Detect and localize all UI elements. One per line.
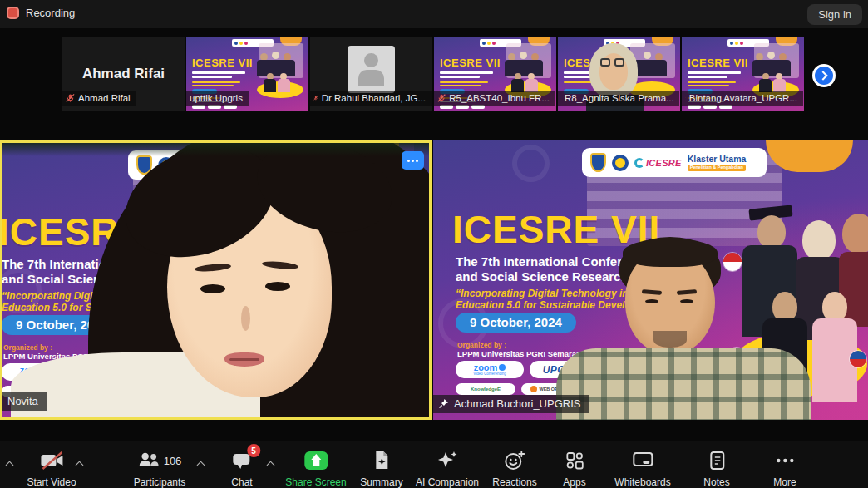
- icesre-logo: [634, 158, 644, 168]
- reactions-icon: [504, 451, 525, 471]
- zoom-logo: zoom Video Conferencing: [456, 361, 524, 378]
- next-page-button[interactable]: [812, 64, 836, 87]
- participant-label: Ahmad Rifai: [62, 91, 136, 106]
- apps-icon: [565, 451, 584, 471]
- participants-icon: [138, 451, 160, 470]
- chevron-right-icon: [818, 71, 827, 80]
- summary-icon: [373, 451, 390, 471]
- video-tile-novita[interactable]: ICESRE Klaster Utama Penelitian & Pengab…: [0, 140, 432, 420]
- top-bar: Recording Sign in: [0, 0, 868, 28]
- tile-more-options-button[interactable]: [402, 151, 424, 170]
- notes-icon: [708, 451, 726, 471]
- more-button[interactable]: More: [773, 451, 796, 488]
- participant-thumbnail[interactable]: ICESRE VII Bintang Avatara_UPGR...: [682, 37, 804, 111]
- more-icon: [774, 451, 796, 471]
- share-screen-icon: [304, 451, 328, 470]
- notes-button[interactable]: Notes: [703, 451, 729, 488]
- participant-thumbnail[interactable]: Ahmad Rifai Ahmad Rifai: [62, 37, 185, 111]
- video-name-label: Achmad Buchori_UPGRIS: [433, 395, 589, 413]
- recording-indicator: Recording: [7, 7, 75, 19]
- whiteboards-icon: [631, 451, 654, 470]
- meeting-toolbar: Start Video 106 Participants 5 Chat Sha: [0, 441, 868, 488]
- poster-header-banner: ICESRE Klaster Utama Penelitian & Pengab…: [582, 148, 767, 177]
- participants-count: 106: [164, 455, 182, 467]
- video-options-chevron[interactable]: [76, 461, 84, 470]
- mic-off-icon: [685, 93, 686, 103]
- participant-label: R8_Agnita Siska Prama...: [558, 91, 679, 106]
- apps-button[interactable]: Apps: [563, 451, 585, 488]
- mic-off-icon: [437, 93, 446, 103]
- participants-button[interactable]: 106 Participants: [134, 451, 186, 488]
- start-video-button[interactable]: Start Video: [27, 451, 76, 488]
- ai-companion-button[interactable]: AI Companion: [416, 451, 479, 488]
- video-name-label: Novita: [2, 392, 47, 411]
- participant-thumbnail[interactable]: ICESRE VII R5_ABST40_Ibnu FR...: [434, 37, 556, 111]
- avatar-placeholder-icon: [348, 46, 395, 93]
- participant-thumbnail[interactable]: ICESRE VII upttik Upgris: [186, 37, 308, 111]
- participant-thumbnail[interactable]: Dr Rahul Bhandari, JG...: [310, 37, 432, 111]
- mic-off-icon: [66, 93, 75, 103]
- recording-icon: [7, 7, 19, 19]
- recording-label: Recording: [26, 7, 75, 19]
- participant-thumbnail[interactable]: ICESRE VII R8_Agnita Siska Prama...: [558, 37, 680, 111]
- video-off-icon: [39, 451, 64, 470]
- knowledge-e-logo: KnowledgeE: [456, 383, 515, 395]
- chat-badge: 5: [247, 444, 260, 457]
- participant-label: R5_ABST40_Ibnu FR...: [434, 91, 555, 106]
- chat-button[interactable]: 5 Chat: [231, 451, 252, 488]
- poster-date: 9 October, 2024: [456, 313, 576, 333]
- participant-label: Bintang Avatara_UPGR...: [682, 91, 803, 106]
- pin-icon: [438, 398, 449, 409]
- chat-options-chevron[interactable]: [267, 461, 275, 470]
- participants-options-chevron[interactable]: [197, 461, 205, 470]
- ai-companion-icon: [436, 451, 458, 471]
- participant-label: upttik Upgris: [186, 91, 249, 106]
- lppm-logo: [612, 155, 629, 171]
- participant-label: Dr Rahul Bhandari, JG...: [310, 91, 432, 106]
- share-screen-button[interactable]: Share Screen: [285, 451, 346, 488]
- reactions-button[interactable]: Reactions: [492, 451, 536, 488]
- sign-in-button[interactable]: Sign in: [807, 4, 862, 25]
- video-tile-achmad-buchori[interactable]: ICESRE Klaster Utama Penelitian & Pengab…: [433, 140, 868, 420]
- summary-button[interactable]: Summary: [360, 451, 402, 488]
- mic-off-icon: [313, 93, 318, 103]
- whiteboards-button[interactable]: Whiteboards: [614, 451, 670, 488]
- university-shield-logo: [590, 153, 606, 172]
- audio-options-chevron[interactable]: [6, 461, 14, 470]
